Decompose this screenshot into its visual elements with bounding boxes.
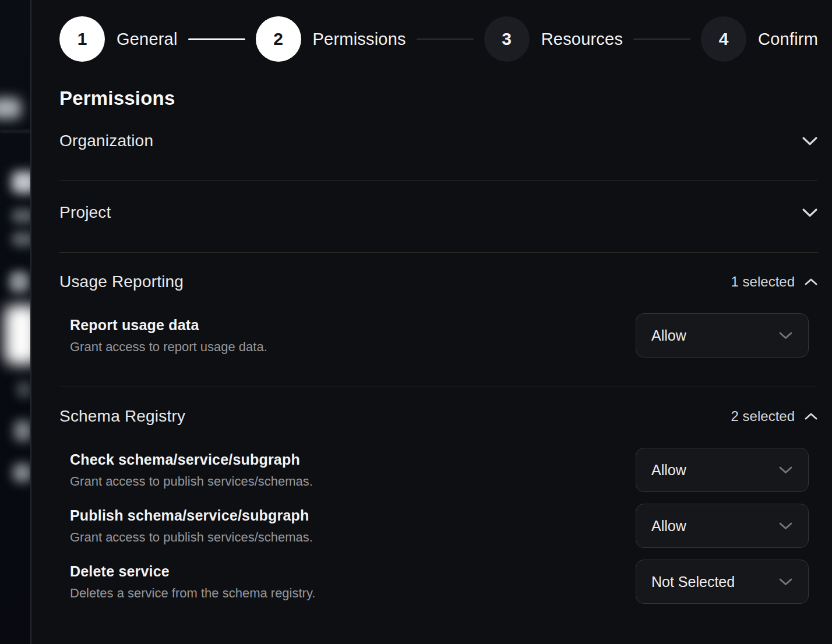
- permission-row-report-usage-data: Report usage data Grant access to report…: [59, 313, 818, 358]
- step-resources[interactable]: 3 Resources: [484, 16, 623, 62]
- selected-count-badge: 1 selected: [731, 274, 795, 290]
- permission-description: Deletes a service from the schema regist…: [70, 586, 315, 601]
- selected-count-badge: 2 selected: [731, 408, 795, 424]
- chevron-down-icon: [778, 331, 793, 340]
- permission-description: Grant access to publish services/schemas…: [70, 530, 313, 545]
- permission-description: Grant access to publish services/schemas…: [70, 474, 313, 489]
- chevron-up-icon: [804, 278, 818, 286]
- section-schema-registry-title: Schema Registry: [59, 407, 185, 426]
- page-title: Permissions: [59, 87, 818, 109]
- permission-title: Publish schema/service/subgraph: [70, 507, 313, 524]
- blurred-sidebar-blob: [0, 98, 21, 119]
- check-schema-select[interactable]: Allow: [636, 448, 809, 492]
- step-general-label: General: [117, 30, 178, 49]
- chevron-down-icon: [778, 466, 793, 475]
- blurred-sidebar-blob: [13, 463, 31, 482]
- step-resources-number: 3: [484, 16, 530, 62]
- wizard-stepper: 1 General 2 Permissions 3 Resources 4 Co…: [59, 16, 818, 62]
- delete-service-select[interactable]: Not Selected: [636, 560, 809, 604]
- wizard-panel: 1 General 2 Permissions 3 Resources 4 Co…: [33, 0, 832, 644]
- step-permissions-label: Permissions: [313, 30, 406, 49]
- select-value: Not Selected: [651, 574, 735, 590]
- select-value: Allow: [651, 327, 686, 344]
- blurred-sidebar-blob: [12, 232, 31, 247]
- chevron-up-icon: [804, 412, 818, 420]
- section-schema-registry-header[interactable]: Schema Registry 2 selected: [59, 387, 818, 440]
- section-project-title: Project: [59, 203, 111, 222]
- select-value: Allow: [651, 462, 686, 479]
- permission-row-check-schema: Check schema/service/subgraph Grant acce…: [59, 448, 818, 492]
- step-connector: [188, 38, 245, 40]
- blurred-sidebar-divider: [0, 130, 31, 132]
- chevron-down-icon: [802, 208, 818, 218]
- section-usage-reporting-header[interactable]: Usage Reporting 1 selected: [59, 253, 818, 305]
- step-confirm-number: 4: [701, 16, 746, 62]
- step-resources-label: Resources: [541, 30, 623, 49]
- step-permissions[interactable]: 2 Permissions: [256, 16, 406, 62]
- permission-row-publish-schema: Publish schema/service/subgraph Grant ac…: [59, 504, 818, 548]
- permission-title: Delete service: [70, 563, 315, 580]
- permission-title: Report usage data: [70, 317, 267, 334]
- report-usage-data-select[interactable]: Allow: [636, 313, 809, 358]
- permission-description: Grant access to report usage data.: [70, 339, 267, 355]
- section-organization: Organization: [59, 109, 818, 181]
- blurred-sidebar-blob: [12, 171, 31, 193]
- select-value: Allow: [651, 518, 686, 535]
- step-general[interactable]: 1 General: [59, 16, 178, 62]
- blurred-sidebar-blob: [14, 420, 31, 441]
- step-confirm-label: Confirm: [758, 30, 818, 49]
- publish-schema-select[interactable]: Allow: [636, 504, 809, 548]
- section-organization-title: Organization: [59, 132, 153, 150]
- section-organization-header[interactable]: Organization: [59, 109, 818, 181]
- blurred-sidebar-blob: [9, 271, 29, 292]
- blurred-background-sidebar: [0, 0, 31, 644]
- chevron-down-icon: [778, 522, 793, 530]
- chevron-down-icon: [802, 136, 818, 146]
- step-connector: [633, 38, 690, 40]
- step-confirm[interactable]: 4 Confirm: [701, 16, 818, 62]
- section-schema-registry: Schema Registry 2 selected Check schema/…: [59, 387, 818, 633]
- step-general-number: 1: [59, 16, 105, 62]
- section-usage-reporting: Usage Reporting 1 selected Report usage …: [59, 253, 818, 387]
- blurred-sidebar-blob: [5, 305, 31, 365]
- blurred-sidebar-blob: [16, 381, 31, 398]
- step-permissions-number: 2: [256, 16, 301, 62]
- section-project: Project: [59, 181, 818, 253]
- section-project-header[interactable]: Project: [59, 181, 818, 252]
- chevron-down-icon: [778, 578, 793, 586]
- permission-row-delete-service: Delete service Deletes a service from th…: [59, 560, 818, 604]
- permission-title: Check schema/service/subgraph: [70, 451, 313, 468]
- step-connector: [417, 38, 474, 40]
- blurred-sidebar-blob: [12, 208, 31, 224]
- section-usage-reporting-title: Usage Reporting: [59, 273, 184, 291]
